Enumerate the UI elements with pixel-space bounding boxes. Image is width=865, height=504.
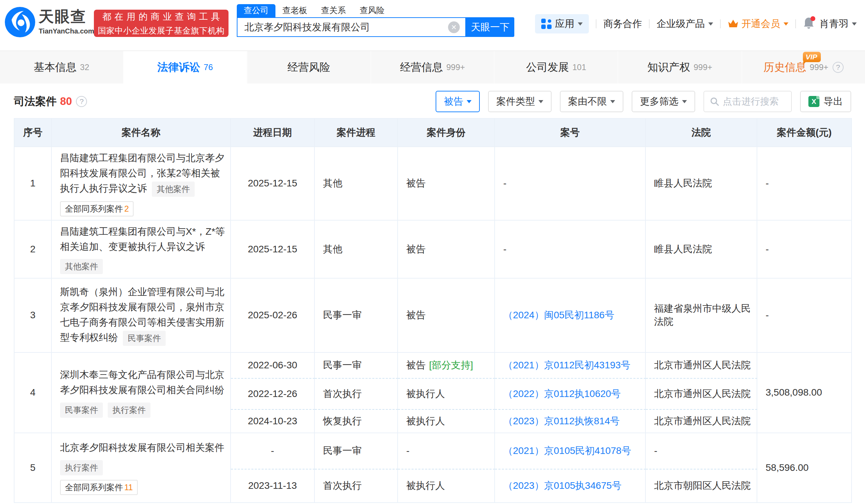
- case-role: 被告: [398, 147, 495, 221]
- filter-case-type[interactable]: 案件类型: [488, 91, 552, 112]
- case-number-cell: -: [495, 221, 646, 279]
- case-row: 3斯凯奇（泉州）企业管理有限公司与北京孝夕阳科技发展有限公司，泉州市京七电子商务…: [14, 279, 852, 353]
- case-stage: 民事一审: [315, 279, 398, 353]
- case-seq: 2: [14, 221, 52, 279]
- filter-cause[interactable]: 案由不限: [560, 91, 623, 112]
- header-right: 应用 商务合作 企业级产品 开通会员 肖青羽: [535, 14, 857, 34]
- vip-caret-icon: [784, 22, 788, 26]
- search-tab-company[interactable]: 查公司: [237, 4, 275, 17]
- case-name-cell: 昌陆建筑工程集团有限公司与X*，Z*等相关追加、变更被执行人异议之诉其他案件: [52, 221, 231, 279]
- case-court: 北京市通州区人民法院: [646, 353, 757, 378]
- search-input[interactable]: 北京孝夕阳科技发展有限公司 ✕: [237, 17, 466, 37]
- history-help-icon[interactable]: ?: [833, 62, 844, 73]
- case-stage: 首次执行: [315, 378, 398, 409]
- case-seq: 3: [14, 279, 52, 353]
- business-cooperation-link[interactable]: 商务合作: [603, 17, 642, 30]
- user-caret-icon: [852, 22, 857, 26]
- case-number-cell: （2023）京0105执34675号: [495, 469, 646, 503]
- case-number-link[interactable]: （2023）京0105执34675号: [503, 480, 621, 491]
- case-date: 2023-11-13: [231, 469, 315, 503]
- case-name[interactable]: 深圳木奉三每文化产品有限公司与北京孝夕阳科技发展有限公司相关合同纠纷: [60, 369, 224, 395]
- case-seq: 5: [14, 433, 52, 503]
- logo-domain: TianYanCha.com: [39, 27, 94, 35]
- filter-more[interactable]: 更多筛选: [632, 91, 695, 112]
- case-role: 被执行人: [398, 469, 495, 503]
- tab-legal-proceedings[interactable]: 法律诉讼76: [124, 51, 247, 84]
- case-number-link[interactable]: （2024）闽05民初1186号: [503, 310, 614, 320]
- export-button[interactable]: X 导出: [800, 91, 851, 112]
- tab-history-info[interactable]: VIP 历史信息999+ ?: [742, 51, 865, 84]
- case-number-cell: （2021）京0112民初43193号: [495, 353, 646, 378]
- filter-bar: 被告 案件类型 案由不限 更多筛选 点击进行搜索 X 导出: [427, 91, 851, 112]
- case-role: 被告: [398, 221, 495, 279]
- divider: [795, 19, 796, 28]
- case-seq: 4: [14, 353, 52, 433]
- section-count: 80: [60, 95, 72, 108]
- case-number-link[interactable]: （2021）京0112民初43193号: [503, 360, 630, 370]
- user-menu[interactable]: 肖青羽: [819, 17, 857, 30]
- case-name-cell: 昌陆建筑工程集团有限公司与北京孝夕阳科技发展有限公司，张某2等相关被执行人执行异…: [52, 147, 231, 221]
- vip-badge: VIP: [803, 52, 821, 62]
- case-name-cell: 斯凯奇（泉州）企业管理有限公司与北京孝夕阳科技发展有限公司，泉州市京七电子商务有…: [52, 279, 231, 353]
- case-court: 北京市通州区人民法院: [646, 378, 757, 409]
- filter-defendant[interactable]: 被告: [436, 91, 480, 112]
- section-help-icon[interactable]: ?: [76, 96, 87, 107]
- case-stage: 恢复执行: [315, 409, 398, 433]
- case-seq: 1: [14, 147, 52, 221]
- case-search-input[interactable]: 点击进行搜索: [703, 91, 792, 112]
- series-cases-button[interactable]: 全部同系列案件2: [60, 201, 134, 216]
- notifications-bell[interactable]: [803, 17, 815, 31]
- cases-table: 序号案件名称进程日期案件进程案件身份案号法院案件金额(元) 1昌陆建筑工程集团有…: [14, 118, 852, 503]
- apps-menu[interactable]: 应用: [535, 14, 589, 33]
- case-role: 被告: [398, 279, 495, 353]
- case-amount: -: [757, 147, 852, 221]
- case-row: 2昌陆建筑工程集团有限公司与X*，Z*等相关追加、变更被执行人异议之诉其他案件2…: [14, 221, 852, 279]
- case-type-tag: 民事案件: [123, 331, 166, 346]
- case-number-cell: （2023）京0112执恢814号: [495, 409, 646, 433]
- banner-line2: 国家中小企业发展子基金旗下机构: [98, 25, 225, 36]
- col-header: 案号: [495, 119, 646, 147]
- case-result: [部分支持]: [429, 360, 473, 370]
- case-amount: 58,596.00: [757, 433, 852, 503]
- search-tab-boss[interactable]: 查老板: [275, 4, 314, 17]
- tab-intellectual-property[interactable]: 知识产权999+: [618, 51, 742, 84]
- excel-icon: X: [808, 96, 819, 107]
- case-court: 北京市通州区人民法院: [646, 409, 757, 433]
- case-number-link[interactable]: （2021）京0105民初41078号: [503, 445, 631, 456]
- tab-company-development[interactable]: 公司发展101: [495, 51, 618, 84]
- open-vip-link[interactable]: 开通会员: [728, 17, 788, 30]
- case-stage: 民事一审: [315, 433, 398, 469]
- tab-operation-risk[interactable]: 经营风险: [247, 51, 371, 84]
- enterprise-caret-icon: [708, 22, 713, 26]
- case-name[interactable]: 北京孝夕阳科技发展有限公司相关案件: [60, 442, 224, 453]
- case-date: 2022-06-30: [231, 353, 315, 378]
- tab-basic-info[interactable]: 基本信息32: [0, 51, 124, 84]
- case-amount: -: [757, 221, 852, 279]
- case-type-tag: 执行案件: [108, 403, 150, 418]
- apps-label: 应用: [555, 17, 574, 30]
- case-role: 被执行人: [398, 409, 495, 433]
- case-name-cell: 深圳木奉三每文化产品有限公司与北京孝夕阳科技发展有限公司相关合同纠纷民事案件执行…: [52, 353, 231, 433]
- col-header: 进程日期: [231, 119, 315, 147]
- series-cases-button[interactable]: 全部同系列案件11: [60, 480, 138, 495]
- case-stage: 其他: [315, 221, 398, 279]
- case-stage: 首次执行: [315, 469, 398, 503]
- enterprise-products-link[interactable]: 企业级产品: [657, 17, 713, 30]
- divider: [720, 19, 721, 28]
- caret-down-icon: [467, 100, 472, 103]
- case-name-cell: 北京孝夕阳科技发展有限公司相关案件执行案件全部同系列案件11: [52, 433, 231, 503]
- search-tab-risk[interactable]: 查风险: [353, 4, 391, 17]
- case-number-link[interactable]: （2022）京0112执10620号: [503, 388, 621, 399]
- logo-brand: 天眼查: [39, 9, 94, 24]
- search-button[interactable]: 天眼一下: [466, 17, 514, 37]
- col-header: 案件金额(元): [757, 119, 852, 147]
- apps-grid-icon: [541, 19, 552, 29]
- clear-icon[interactable]: ✕: [448, 21, 460, 33]
- case-name[interactable]: 昌陆建筑工程集团有限公司与X*，Z*等相关追加、变更被执行人异议之诉: [60, 226, 225, 252]
- case-number-link[interactable]: （2023）京0112执恢814号: [503, 416, 620, 426]
- case-name[interactable]: 昌陆建筑工程集团有限公司与北京孝夕阳科技发展有限公司，张某2等相关被执行人执行异…: [60, 153, 224, 194]
- search-tab-relation[interactable]: 查关系: [314, 4, 353, 17]
- table-header-row: 序号案件名称进程日期案件进程案件身份案号法院案件金额(元): [14, 119, 852, 147]
- logo[interactable]: 天眼查 TianYanCha.com: [5, 7, 94, 37]
- tab-operation-info[interactable]: 经营信息999+: [371, 51, 495, 84]
